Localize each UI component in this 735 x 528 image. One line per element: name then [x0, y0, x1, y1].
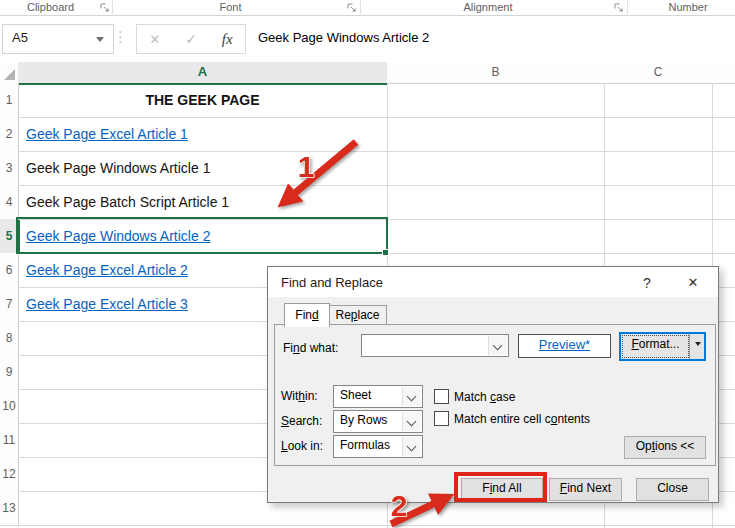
- selected-cell-border: [16, 217, 388, 254]
- row-header-13[interactable]: 13: [0, 491, 19, 526]
- ribbon-separator: [112, 0, 113, 14]
- insert-function-icon[interactable]: fx: [222, 31, 233, 48]
- within-select[interactable]: Sheet: [333, 385, 423, 408]
- ribbon-strip: Clipboard Font Alignment Number: [0, 0, 735, 16]
- find-next-button[interactable]: Find Next: [549, 478, 622, 501]
- find-what-input[interactable]: [361, 334, 509, 357]
- search-value: By Rows: [340, 411, 387, 430]
- formula-bar-input[interactable]: Geek Page Windows Article 2: [258, 24, 429, 52]
- column-header-c[interactable]: C: [604, 62, 713, 84]
- ribbon-group-number: Number: [628, 0, 735, 15]
- preview-label: Preview*: [539, 337, 590, 352]
- ribbon-group-clipboard: Clipboard: [0, 0, 101, 15]
- chevron-down-icon: [493, 341, 503, 351]
- cell-a3[interactable]: Geek Page Windows Article 1: [18, 151, 395, 185]
- search-dropdown[interactable]: [402, 412, 421, 431]
- tab-find[interactable]: Find: [284, 303, 330, 327]
- step2-highlight-rect: [454, 472, 547, 502]
- clipboard-dialog-launcher-icon[interactable]: [100, 3, 110, 13]
- formula-buttons: ✕ ✓ fx: [136, 24, 246, 54]
- help-icon[interactable]: ?: [638, 274, 656, 292]
- column-header-a[interactable]: A: [18, 62, 388, 85]
- look-in-value: Formulas: [340, 436, 390, 455]
- find-what-label: Find what:: [283, 341, 338, 355]
- find-what-dropdown[interactable]: [488, 336, 507, 355]
- row-header-3[interactable]: 3: [0, 151, 19, 186]
- within-label: Within:: [281, 389, 318, 403]
- select-all-corner[interactable]: [0, 62, 19, 84]
- match-entire-label: Match entire cell contents: [454, 412, 590, 426]
- close-button[interactable]: Close: [636, 478, 709, 501]
- name-box-value: A5: [12, 30, 28, 45]
- alignment-dialog-launcher-icon[interactable]: [614, 3, 624, 13]
- ribbon-separator: [360, 0, 361, 14]
- cell-a1[interactable]: THE GEEK PAGE: [18, 83, 387, 117]
- row-header-8[interactable]: 8: [0, 321, 19, 356]
- search-select[interactable]: By Rows: [333, 410, 423, 433]
- font-dialog-launcher-icon[interactable]: [347, 3, 357, 13]
- column-header-partial[interactable]: [712, 62, 735, 84]
- row-header-9[interactable]: 9: [0, 355, 19, 390]
- select-all-triangle-icon: [4, 69, 15, 80]
- column-header-b[interactable]: B: [387, 62, 605, 84]
- within-value: Sheet: [340, 386, 371, 405]
- row-header-7[interactable]: 7: [0, 287, 19, 322]
- excel-window: Clipboard Font Alignment Number A5 ⋮ ✕ ✓…: [0, 0, 735, 528]
- name-box[interactable]: A5: [2, 24, 114, 54]
- formula-bar-grip[interactable]: ⋮: [113, 27, 128, 47]
- chevron-down-icon: [407, 442, 417, 452]
- cell-a2[interactable]: Geek Page Excel Article 1: [18, 117, 395, 151]
- match-case-label: Match case: [454, 390, 515, 404]
- format-button-label: Format...: [622, 335, 689, 358]
- look-in-label: Look in:: [281, 439, 323, 453]
- format-button[interactable]: Format...: [619, 332, 706, 361]
- dialog-title: Find and Replace: [281, 275, 383, 290]
- find-replace-dialog: Find and Replace ? ✕ Find Replace Find w…: [267, 266, 719, 503]
- cell-a4[interactable]: Geek Page Batch Script Article 1: [18, 185, 395, 219]
- format-dropdown[interactable]: [689, 334, 704, 359]
- row-header-11[interactable]: 11: [0, 423, 19, 458]
- gridline: [18, 525, 735, 526]
- search-label: Search:: [281, 414, 322, 428]
- format-preview-box: Preview*: [518, 334, 611, 358]
- match-case-checkbox[interactable]: [434, 389, 449, 404]
- ribbon-group-font: Font: [113, 0, 348, 15]
- options-button[interactable]: Options <<: [624, 436, 706, 459]
- name-box-dropdown-icon[interactable]: [96, 37, 104, 42]
- within-dropdown[interactable]: [402, 387, 421, 406]
- fill-handle[interactable]: [382, 249, 389, 256]
- row-header-12[interactable]: 12: [0, 457, 19, 492]
- ribbon-group-alignment: Alignment: [361, 0, 615, 15]
- close-icon[interactable]: ✕: [681, 273, 705, 292]
- triangle-down-icon: [695, 342, 701, 346]
- row-header-4[interactable]: 4: [0, 185, 19, 220]
- row-header-1[interactable]: 1: [0, 83, 19, 118]
- chevron-down-icon: [407, 392, 417, 402]
- look-in-select[interactable]: Formulas: [333, 435, 423, 458]
- cancel-icon[interactable]: ✕: [149, 32, 160, 47]
- chevron-down-icon: [407, 417, 417, 427]
- look-in-dropdown[interactable]: [402, 437, 421, 456]
- row-header-2[interactable]: 2: [0, 117, 19, 152]
- match-entire-checkbox[interactable]: [434, 411, 449, 426]
- enter-icon[interactable]: ✓: [185, 31, 197, 47]
- row-header-10[interactable]: 10: [0, 389, 19, 424]
- ribbon-separator: [627, 0, 628, 14]
- row-header-6[interactable]: 6: [0, 253, 19, 288]
- formula-bar-row: A5 ⋮ ✕ ✓ fx Geek Page Windows Article 2: [0, 17, 735, 57]
